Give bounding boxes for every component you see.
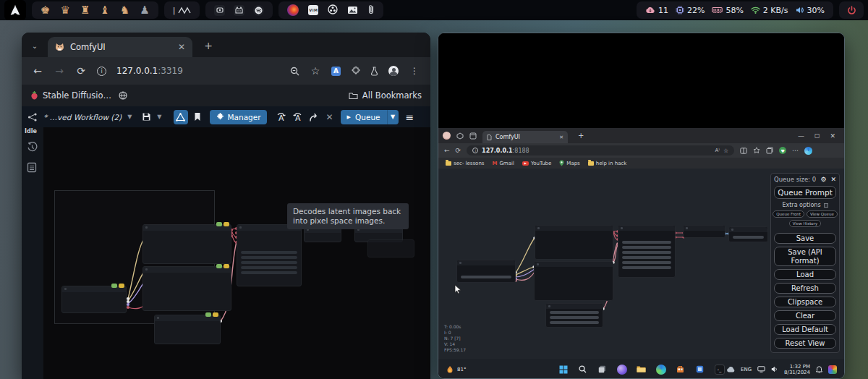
flame-app-icon[interactable] [287,4,299,16]
taskbar-search-icon[interactable] [578,365,588,375]
maximize-icon[interactable]: ▢ [814,132,820,140]
image-viewer-icon[interactable] [347,4,358,17]
queue-button[interactable]: ▶ Queue [341,110,387,124]
bookmark-ribbon-icon[interactable] [194,112,201,122]
back-icon[interactable]: ← [32,65,43,77]
share-a-icon[interactable]: A [276,112,286,122]
workflow-node[interactable] [535,225,613,260]
translate-icon[interactable]: A [331,67,341,76]
edge-tab-comfyui[interactable]: ComfyUI ✕ [482,131,568,143]
workflow-share-icon[interactable] [27,113,38,122]
address-bar[interactable]: 127.0.0.1:3319 [116,66,183,76]
blue-app-icon[interactable] [695,365,705,375]
edge-reload-icon[interactable]: ⟳ [456,147,461,154]
workflow-node[interactable] [683,225,726,238]
taskbar-clock[interactable]: 1:32 PM 8/31/2024 [784,364,810,375]
edge-tab-close-icon[interactable]: ✕ [559,135,563,140]
edge-taskbar-icon[interactable] [656,365,666,375]
split-screen-icon[interactable] [740,148,747,154]
tray-speaker-icon[interactable] [771,366,778,372]
workflow-node[interactable] [618,225,676,278]
edge-favorite-star-icon[interactable]: ☆ [723,148,728,154]
edge-profile-avatar[interactable] [443,132,451,140]
workflow-node[interactable] [728,226,768,242]
globe-bookmark-icon[interactable] [119,91,127,100]
copilot-taskbar-icon[interactable] [617,365,627,375]
minimize-icon[interactable]: — [798,132,804,140]
reset-view-button[interactable]: Reset View [774,338,836,349]
workflow-node[interactable] [61,286,127,313]
clear-x-icon[interactable]: ✕ [326,112,333,122]
save-api-button[interactable]: Save (API Format) [774,247,836,266]
cat-app-icon[interactable] [234,5,244,16]
workflow-node[interactable] [545,303,603,328]
new-tab-button[interactable]: + [200,37,217,54]
bookmark-help-in-hack[interactable]: help in hack [588,161,627,166]
clear-button[interactable]: Clear [774,310,836,321]
workflow-node[interactable] [237,224,302,286]
volume-stat[interactable]: 30% [796,6,825,15]
obs-icon[interactable] [328,4,338,17]
copilot-icon[interactable] [804,147,812,155]
all-bookmarks[interactable]: All Bookmarks [349,90,422,101]
tab-search-button[interactable]: ⌄ [26,37,43,54]
tab-actions-icon[interactable] [469,132,477,140]
chess-king-icon[interactable]: ♚ [41,5,50,16]
queue-front-button[interactable]: Queue Front [773,210,804,218]
view-queue-button[interactable]: View Queue [807,210,838,218]
share-arrow-icon[interactable] [309,113,319,122]
bookmark-gmail[interactable]: MGmail [492,161,514,166]
save-button[interactable]: Save [774,233,836,244]
screenshot-app-icon[interactable] [214,5,225,16]
workflow-node[interactable] [142,224,231,264]
power-button[interactable] [839,1,864,19]
workflow-node[interactable] [367,239,414,257]
task-view-icon[interactable] [597,365,608,375]
extensions-icon[interactable] [351,67,360,76]
notification-bell-icon[interactable] [816,366,822,373]
waveform-icon[interactable] [178,6,191,14]
bookmark-youtube[interactable]: ▶YouTube [522,161,551,166]
edge-new-tab-button[interactable]: + [578,132,584,140]
save-chevron-icon[interactable]: ▼ [157,114,161,120]
arch-launcher-button[interactable] [4,0,26,20]
site-info-icon[interactable]: i [97,67,106,76]
extra-options-checkbox[interactable] [824,203,828,208]
workflow-node[interactable] [534,261,613,301]
onedrive-icon[interactable] [726,367,735,372]
file-explorer-icon[interactable] [637,365,647,375]
display-icon[interactable] [757,366,765,372]
language-indicator[interactable]: ENG [741,367,752,372]
panel-close-icon[interactable]: ✕ [830,176,836,183]
bookmark-stable-diffusion[interactable]: Stable Diffusio… [30,90,111,101]
spotify-icon[interactable] [253,5,264,16]
load-default-button[interactable]: Load Default [774,324,836,335]
clipspace-button[interactable]: Clipspace [774,297,836,307]
queue-dropdown[interactable]: ▼ [387,110,399,124]
flask-icon[interactable] [370,67,378,76]
chess-knight-icon[interactable]: ♞ [120,5,129,16]
notifications-stat[interactable]: 11 [645,6,668,15]
bookmark-maps[interactable]: Maps [559,160,579,166]
start-button[interactable] [558,365,569,375]
workflow-node[interactable] [142,266,231,311]
read-aloud-icon[interactable]: A⁾ [715,148,720,153]
reload-icon[interactable]: ⟳ [75,65,87,77]
comfyui-canvas-right[interactable]: T: 0.00s I: 0 N: 7 [7] V: 14 FPS:59.17 Q… [438,169,844,359]
comfyui-canvas-left[interactable]: Decodes latent images back into pixel sp… [43,127,430,379]
edge-address-bar[interactable]: i 127.0.0.1:8188 A⁾ ☆ [467,145,734,156]
cpu-stat[interactable]: 22% [676,6,705,15]
save-icon[interactable] [142,112,151,122]
network-stat[interactable]: 2 KB/s [751,6,788,15]
edge-menu-icon[interactable]: ⋯ [792,147,799,154]
tab-comfyui[interactable]: ComfyUI ✕ [48,37,192,57]
chess-rook-icon[interactable]: ♜ [80,5,90,16]
bookmark-sec-lessons[interactable]: sec- lessons [446,161,484,166]
refresh-button[interactable]: Refresh [774,283,836,294]
chess-queen-icon[interactable]: ♛ [60,5,69,16]
queue-prompt-button[interactable]: Queue Prompt [774,186,836,199]
history-icon[interactable] [27,142,38,156]
colorful-tray-icon[interactable] [828,365,837,374]
share-a2-icon[interactable]: A [292,112,303,122]
workflow-node[interactable] [456,260,516,283]
